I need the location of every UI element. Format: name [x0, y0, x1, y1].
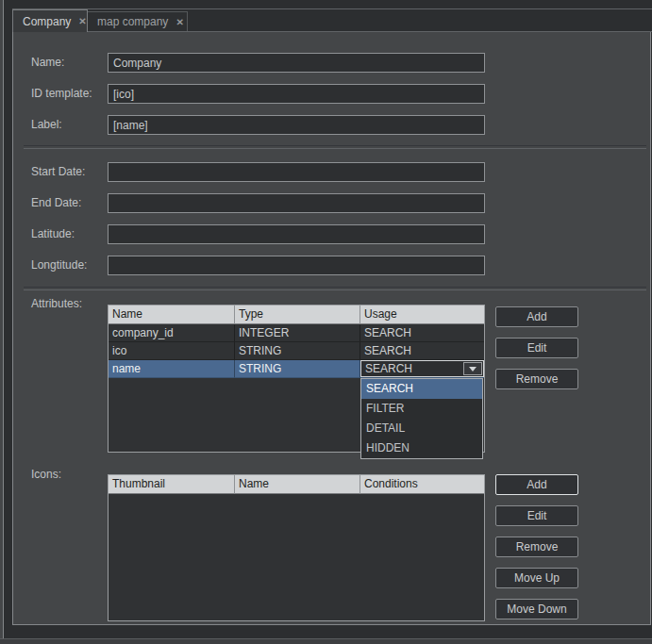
usage-combobox-value: SEARCH [361, 360, 462, 377]
longtitude-input[interactable] [108, 256, 485, 275]
column-header-name: Name [235, 475, 360, 494]
field-row-longtitude: Longtitude: [13, 256, 650, 275]
cell-usage-editor: SEARCH [360, 360, 484, 378]
label-input[interactable] [108, 115, 485, 135]
icons-section-label: Icons: [31, 468, 61, 481]
column-header-name: Name [109, 305, 235, 324]
tab-label: Company [23, 15, 71, 28]
field-row-id-template: ID template: [13, 84, 650, 104]
tabstrip-bottom-border [12, 31, 652, 32]
attributes-section-label: Attributes: [31, 297, 82, 310]
dropdown-option-search[interactable]: SEARCH [361, 379, 482, 399]
close-icon[interactable]: ✕ [78, 16, 86, 26]
close-icon[interactable]: ✕ [176, 17, 183, 27]
tab-company[interactable]: Company ✕ [12, 9, 88, 32]
attributes-edit-button[interactable]: Edit [495, 338, 578, 358]
table-row[interactable]: company_id INTEGER SEARCH [109, 324, 484, 342]
chevron-down-icon [469, 367, 476, 372]
id-template-label: ID template: [31, 84, 92, 104]
column-header-type: Type [235, 305, 360, 324]
latitude-input[interactable] [108, 224, 485, 244]
icons-table: Thumbnail Name Conditions [108, 474, 485, 621]
dropdown-option-filter[interactable]: FILTER [361, 399, 482, 419]
cell-usage: SEARCH [360, 324, 484, 342]
end-date-input[interactable] [108, 193, 485, 213]
icons-add-button[interactable]: Add [495, 474, 578, 495]
app-window: Company ✕ map company ✕ Name: ID templat… [0, 0, 652, 644]
icons-move-up-button[interactable]: Move Up [495, 568, 578, 588]
cell-name: name [109, 360, 235, 378]
editor-panel: Name: ID template: Label: Start Date: En… [12, 32, 651, 625]
attributes-table-header: Name Type Usage [109, 305, 484, 324]
dropdown-option-detail[interactable]: DETAIL [361, 419, 482, 438]
usage-combobox[interactable]: SEARCH [360, 360, 484, 377]
end-date-label: End Date: [31, 193, 81, 213]
cell-name: company_id [109, 324, 235, 342]
dropdown-arrow-button[interactable] [463, 362, 482, 375]
cell-type: INTEGER [235, 324, 360, 342]
cell-usage: SEARCH [360, 342, 484, 360]
field-row-name: Name: [13, 53, 650, 73]
id-template-input[interactable] [108, 84, 485, 104]
attributes-remove-button[interactable]: Remove [495, 369, 578, 389]
field-row-latitude: Latitude: [13, 224, 650, 244]
icons-remove-button[interactable]: Remove [495, 537, 578, 557]
column-header-conditions: Conditions [360, 475, 484, 494]
label-label: Label: [31, 115, 62, 135]
table-row[interactable]: ico STRING SEARCH [109, 342, 484, 360]
tabstrip-top-border [12, 8, 652, 9]
dropdown-option-hidden[interactable]: HIDDEN [361, 438, 482, 458]
icons-move-down-button[interactable]: Move Down [495, 599, 578, 619]
table-row-selected[interactable]: name STRING SEARCH [109, 360, 484, 378]
field-row-label: Label: [13, 115, 650, 135]
usage-dropdown-list: SEARCH FILTER DETAIL HIDDEN [360, 378, 483, 459]
field-row-start-date: Start Date: [13, 162, 650, 182]
column-header-usage: Usage [360, 305, 484, 324]
latitude-label: Latitude: [31, 224, 75, 244]
column-header-thumbnail: Thumbnail [109, 475, 235, 494]
cell-type: STRING [235, 360, 360, 378]
name-label: Name: [31, 53, 64, 73]
tab-label: map company [97, 15, 168, 28]
start-date-label: Start Date: [31, 162, 85, 182]
start-date-input[interactable] [108, 162, 485, 182]
cell-type: STRING [235, 342, 360, 360]
bottom-dock-edge [0, 638, 652, 644]
attributes-add-button[interactable]: Add [495, 306, 578, 327]
left-dock-edge [0, 0, 4, 644]
name-input[interactable] [108, 53, 485, 73]
cell-name: ico [109, 342, 235, 360]
icons-edit-button[interactable]: Edit [495, 505, 578, 526]
divider [24, 145, 646, 149]
tab-map-company[interactable]: map company ✕ [87, 11, 188, 31]
icons-table-header: Thumbnail Name Conditions [109, 475, 484, 494]
longtitude-label: Longtitude: [31, 256, 87, 275]
field-row-end-date: End Date: [13, 193, 650, 213]
divider [24, 287, 646, 290]
